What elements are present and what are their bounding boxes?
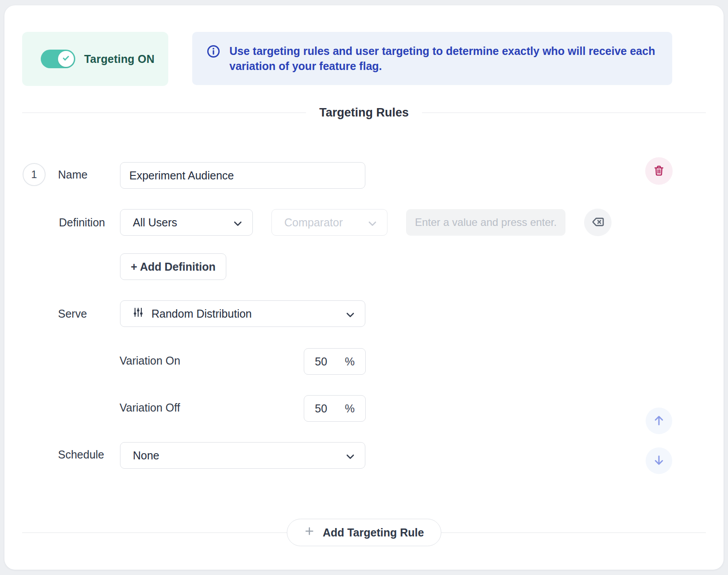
schedule-label: Schedule bbox=[58, 448, 104, 461]
chevron-down-icon bbox=[346, 307, 354, 320]
serve-select-value: Random Distribution bbox=[151, 307, 252, 320]
trash-icon bbox=[653, 164, 665, 178]
variation-on-value: 50 bbox=[315, 355, 327, 368]
audience-select[interactable]: All Users bbox=[120, 209, 253, 236]
sliders-icon bbox=[133, 307, 143, 320]
serve-label: Serve bbox=[58, 307, 87, 320]
banner-line-2: variation of your feature flag. bbox=[229, 58, 655, 74]
page-title: Targeting Rules bbox=[306, 106, 422, 120]
schedule-select-value: None bbox=[133, 449, 159, 462]
comparator-select[interactable]: Comparator bbox=[271, 209, 387, 236]
add-targeting-rule-button[interactable]: Add Targeting Rule bbox=[287, 519, 441, 546]
chevron-down-icon bbox=[346, 449, 354, 462]
comparator-select-placeholder: Comparator bbox=[284, 216, 343, 229]
variation-off-value: 50 bbox=[315, 402, 327, 415]
delete-rule-button[interactable] bbox=[645, 157, 673, 185]
schedule-select[interactable]: None bbox=[120, 442, 365, 469]
clear-definition-button[interactable] bbox=[584, 209, 612, 236]
variation-on-percentage[interactable]: 50 % bbox=[304, 348, 366, 375]
definition-value-input[interactable] bbox=[406, 216, 565, 229]
variation-off-percentage[interactable]: 50 % bbox=[304, 395, 366, 422]
move-rule-down-button[interactable] bbox=[646, 447, 672, 474]
chevron-down-icon bbox=[368, 216, 376, 229]
chevron-down-icon bbox=[234, 216, 242, 229]
header-divider-right bbox=[422, 113, 706, 113]
audience-select-value: All Users bbox=[133, 216, 177, 229]
check-icon bbox=[62, 54, 70, 64]
variation-on-label: Variation On bbox=[120, 354, 180, 367]
definition-value-field-wrap bbox=[406, 209, 565, 236]
name-label: Name bbox=[58, 168, 88, 181]
info-icon bbox=[206, 44, 221, 85]
targeting-status-card: Targeting ON bbox=[22, 32, 168, 86]
rule-number-badge: 1 bbox=[23, 163, 46, 186]
percent-sign: % bbox=[345, 355, 355, 368]
add-definition-button[interactable]: + Add Definition bbox=[120, 253, 226, 280]
targeting-toggle-label: Targeting ON bbox=[84, 53, 155, 66]
banner-text: Use targeting rules and user targeting t… bbox=[229, 43, 655, 85]
section-header: Targeting Rules bbox=[22, 105, 706, 120]
variation-off-label: Variation Off bbox=[120, 401, 180, 414]
toggle-knob bbox=[58, 51, 74, 67]
rule-name-field-wrap bbox=[120, 162, 365, 189]
percent-sign: % bbox=[345, 402, 355, 415]
targeting-panel: Targeting ON Use targeting rules and use… bbox=[4, 5, 724, 570]
serve-select[interactable]: Random Distribution bbox=[120, 300, 365, 327]
rule-name-input[interactable] bbox=[120, 163, 365, 188]
move-rule-up-button[interactable] bbox=[646, 408, 672, 434]
targeting-info-banner: Use targeting rules and user targeting t… bbox=[192, 32, 672, 85]
banner-line-1: Use targeting rules and user targeting t… bbox=[229, 43, 655, 58]
definition-label: Definition bbox=[59, 216, 105, 229]
arrow-up-icon bbox=[652, 414, 666, 428]
arrow-down-icon bbox=[652, 454, 666, 468]
plus-icon bbox=[304, 526, 315, 539]
header-divider-left bbox=[22, 113, 306, 113]
add-targeting-rule-label: Add Targeting Rule bbox=[323, 526, 424, 539]
targeting-toggle[interactable] bbox=[41, 50, 75, 68]
backspace-icon bbox=[591, 215, 604, 230]
